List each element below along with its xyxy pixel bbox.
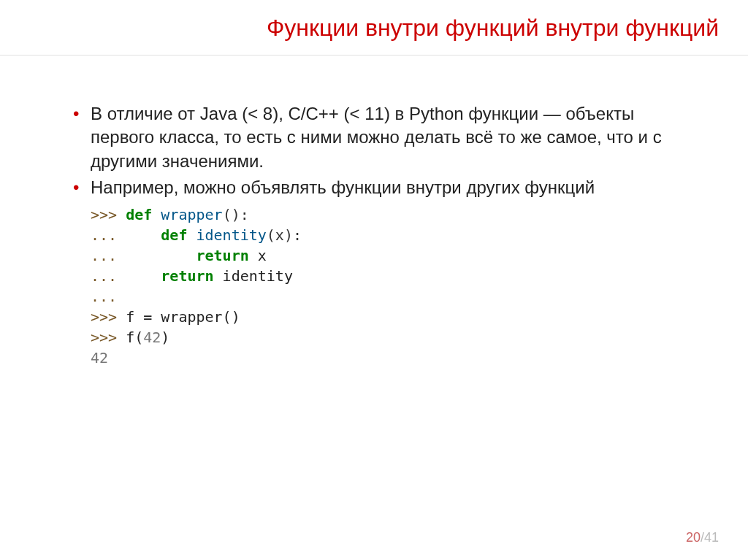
code-text: x: [249, 247, 267, 264]
slide: Функции внутри функций внутри функций В …: [0, 0, 748, 560]
bullet-item: В отличие от Java (< 8), С/С++ (< 11) в …: [73, 102, 682, 173]
bullet-item: Например, можно объявлять функции внутри…: [73, 176, 682, 199]
code-keyword: return: [161, 267, 213, 285]
code-text: identity: [214, 267, 293, 285]
bullet-list: В отличие от Java (< 8), С/С++ (< 11) в …: [73, 102, 682, 200]
code-prompt: >>>: [91, 308, 126, 326]
code-keyword: return: [196, 247, 249, 264]
page-indicator: 20/41: [686, 530, 719, 545]
code-number: 42: [143, 329, 161, 346]
code-output: 42: [91, 349, 108, 367]
code-punct: ():: [223, 206, 249, 223]
current-page: 20: [686, 530, 701, 545]
code-prompt: >>>: [91, 206, 126, 223]
code-keyword: def: [126, 206, 152, 223]
slide-content: В отличие от Java (< 8), С/С++ (< 11) в …: [73, 102, 682, 368]
code-prompt: ...: [91, 267, 161, 285]
code-block: >>> def wrapper(): ... def identity(x): …: [91, 204, 682, 368]
code-identifier: identity: [187, 226, 266, 244]
code-text: ): [161, 329, 169, 346]
code-keyword: def: [161, 226, 187, 244]
code-prompt: >>>: [91, 329, 126, 346]
code-prompt: ...: [91, 247, 196, 264]
code-prompt: ...: [91, 226, 161, 244]
code-punct: (x):: [267, 226, 302, 244]
slide-title: Функции внутри функций внутри функций: [0, 15, 748, 55]
code-prompt: ...: [91, 288, 117, 305]
code-identifier: wrapper: [152, 206, 222, 223]
code-text: f(: [126, 329, 143, 346]
code-text: f = wrapper(): [126, 308, 240, 326]
total-pages: 41: [704, 530, 719, 545]
